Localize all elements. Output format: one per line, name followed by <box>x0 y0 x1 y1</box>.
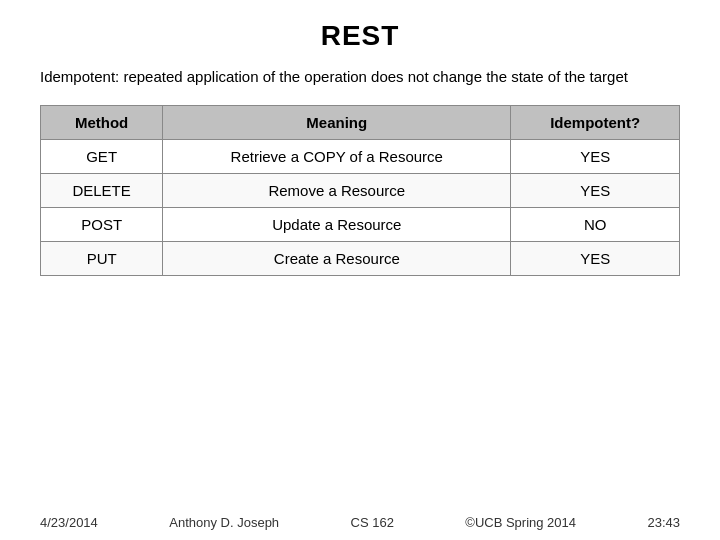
cell-idempotent: YES <box>511 140 680 174</box>
slide-container: REST Idempotent: repeated application of… <box>0 0 720 540</box>
rest-table: Method Meaning Idempotent? GETRetrieve a… <box>40 105 680 276</box>
footer-date: 4/23/2014 <box>40 515 98 530</box>
cell-meaning: Update a Resource <box>163 208 511 242</box>
cell-idempotent: YES <box>511 242 680 276</box>
table-header-row: Method Meaning Idempotent? <box>41 106 680 140</box>
slide-title: REST <box>40 20 680 52</box>
table-row: PUTCreate a ResourceYES <box>41 242 680 276</box>
col-header-meaning: Meaning <box>163 106 511 140</box>
footer-copyright: ©UCB Spring 2014 <box>465 515 576 530</box>
col-header-idempotent: Idempotent? <box>511 106 680 140</box>
footer-author: Anthony D. Joseph <box>169 515 279 530</box>
slide-description: Idempotent: repeated application of the … <box>40 66 680 87</box>
slide-footer: 4/23/2014 Anthony D. Joseph CS 162 ©UCB … <box>40 511 680 530</box>
col-header-method: Method <box>41 106 163 140</box>
table-row: DELETERemove a ResourceYES <box>41 174 680 208</box>
cell-method: DELETE <box>41 174 163 208</box>
cell-meaning: Retrieve a COPY of a Resource <box>163 140 511 174</box>
cell-method: GET <box>41 140 163 174</box>
cell-method: POST <box>41 208 163 242</box>
cell-idempotent: YES <box>511 174 680 208</box>
cell-meaning: Create a Resource <box>163 242 511 276</box>
table-row: POSTUpdate a ResourceNO <box>41 208 680 242</box>
footer-course: CS 162 <box>351 515 394 530</box>
cell-method: PUT <box>41 242 163 276</box>
cell-idempotent: NO <box>511 208 680 242</box>
footer-time: 23:43 <box>647 515 680 530</box>
table-row: GETRetrieve a COPY of a ResourceYES <box>41 140 680 174</box>
cell-meaning: Remove a Resource <box>163 174 511 208</box>
